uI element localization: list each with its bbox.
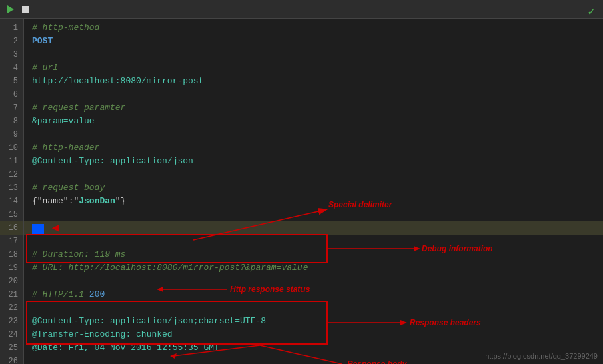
ln-3: 3 bbox=[0, 48, 23, 61]
code-line-9 bbox=[24, 128, 603, 141]
code-line-10: # http-header bbox=[24, 141, 603, 155]
code-line-14: {"name":"JsonDan"} bbox=[24, 195, 603, 208]
toolbar: ✓ bbox=[0, 0, 603, 19]
line14-brace-open: {" bbox=[32, 196, 43, 206]
ln-21: 21 bbox=[0, 288, 23, 301]
ln-12: 12 bbox=[0, 168, 23, 181]
ln-18: 18 bbox=[0, 248, 23, 261]
play-button[interactable] bbox=[5, 4, 16, 15]
line21-status: 200 bbox=[89, 289, 105, 299]
line7-text: # request paramter bbox=[32, 103, 125, 113]
ln-19: 19 bbox=[0, 261, 23, 275]
ln-16: 16 bbox=[0, 221, 23, 235]
line25-text: @Date: Fri, 04 Nov 2016 12:55:35 GMT bbox=[32, 343, 219, 353]
line4-text: # url bbox=[32, 63, 58, 73]
ln-6: 6 bbox=[0, 88, 23, 101]
line14-val: JsonDan bbox=[79, 196, 115, 206]
play-icon bbox=[7, 5, 14, 13]
ln-24: 24 bbox=[0, 328, 23, 341]
code-line-5: http://localhost:8080/mirror-post bbox=[24, 75, 603, 88]
code-content[interactable]: # http-method POST # url http://localhos… bbox=[24, 19, 603, 364]
code-line-13: # request body bbox=[24, 181, 603, 195]
line10-text: # http-header bbox=[32, 143, 99, 153]
ln-2: 2 bbox=[0, 35, 23, 48]
line24-text: @Transfer-Encoding: chunked bbox=[32, 329, 173, 339]
line14-close: "} bbox=[115, 196, 126, 206]
line14-key: name bbox=[43, 196, 63, 206]
line21-hash: # HTTP/1.1 bbox=[32, 289, 89, 299]
line19-text: # URL: http://localhost:8080/mirror-post… bbox=[32, 263, 308, 273]
code-line-15 bbox=[24, 208, 603, 221]
code-line-12 bbox=[24, 168, 603, 181]
ln-26: 26 bbox=[0, 355, 23, 364]
ln-9: 9 bbox=[0, 128, 23, 141]
ln-7: 7 bbox=[0, 101, 23, 115]
line2-text: POST bbox=[32, 36, 53, 46]
line1-text: # http-method bbox=[32, 23, 99, 33]
code-line-11: @Content-Type: application/json bbox=[24, 155, 603, 168]
ln-20: 20 bbox=[0, 275, 23, 288]
code-line-19: # URL: http://localhost:8080/mirror-post… bbox=[24, 261, 603, 275]
code-line-24: @Transfer-Encoding: chunked bbox=[24, 328, 603, 341]
line11-text: @Content-Type: application/json bbox=[32, 156, 193, 166]
code-line-17 bbox=[24, 235, 603, 248]
ln-5: 5 bbox=[0, 75, 23, 88]
code-line-2: POST bbox=[24, 35, 603, 48]
ln-10: 10 bbox=[0, 141, 23, 155]
code-line-18: # Duration: 119 ms bbox=[24, 248, 603, 261]
code-line-23: @Content-Type: application/json;charset=… bbox=[24, 315, 603, 328]
cursor-block bbox=[32, 224, 44, 234]
line-numbers: 1 2 3 4 5 6 7 8 9 10 11 12 13 14 15 16 1… bbox=[0, 19, 24, 364]
line13-text: # request body bbox=[32, 183, 105, 193]
code-line-21: # HTTP/1.1 200 bbox=[24, 288, 603, 301]
code-line-7: # request paramter bbox=[24, 101, 603, 115]
code-line-1: # http-method bbox=[24, 21, 603, 35]
code-line-22 bbox=[24, 301, 603, 315]
arrow-indicator: ◀ bbox=[52, 221, 59, 235]
ln-8: 8 bbox=[0, 115, 23, 128]
ln-14: 14 bbox=[0, 195, 23, 208]
ln-22: 22 bbox=[0, 301, 23, 315]
ln-15: 15 bbox=[0, 208, 23, 221]
code-line-8: &param=value bbox=[24, 115, 603, 128]
line23-text: @Content-Type: application/json;charset=… bbox=[32, 316, 266, 326]
line8-text: &param=value bbox=[32, 116, 95, 126]
stop-button[interactable] bbox=[20, 4, 31, 15]
ln-23: 23 bbox=[0, 315, 23, 328]
ln-25: 25 bbox=[0, 341, 23, 355]
stop-icon bbox=[22, 6, 29, 13]
watermark: https://blog.csdn.net/qq_37299249 bbox=[485, 352, 598, 360]
ln-13: 13 bbox=[0, 181, 23, 195]
code-area: 1 2 3 4 5 6 7 8 9 10 11 12 13 14 15 16 1… bbox=[0, 19, 603, 364]
code-line-4: # url bbox=[24, 61, 603, 75]
ln-4: 4 bbox=[0, 61, 23, 75]
checkmark-icon: ✓ bbox=[588, 4, 595, 19]
line5-text: http://localhost:8080/mirror-post bbox=[32, 76, 203, 86]
line18-text: # Duration: 119 ms bbox=[32, 249, 125, 259]
code-line-3 bbox=[24, 48, 603, 61]
ln-1: 1 bbox=[0, 21, 23, 35]
ln-11: 11 bbox=[0, 155, 23, 168]
ln-17: 17 bbox=[0, 235, 23, 248]
code-line-20 bbox=[24, 275, 603, 288]
line14-colon: ":" bbox=[63, 196, 79, 206]
code-line-6 bbox=[24, 88, 603, 101]
code-line-16: ◀ bbox=[24, 221, 603, 235]
